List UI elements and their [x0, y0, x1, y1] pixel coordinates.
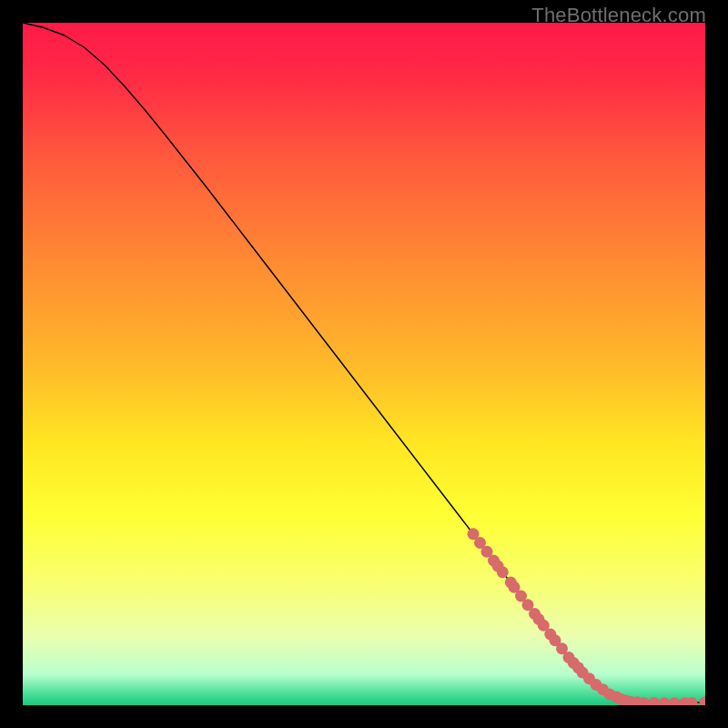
chart-plot-area	[23, 23, 705, 705]
background-gradient-rect	[23, 23, 705, 705]
chart-svg	[23, 23, 705, 705]
watermark-text: TheBottleneck.com	[531, 4, 706, 27]
chart-stage: TheBottleneck.com	[0, 0, 728, 728]
marker-point	[497, 566, 509, 578]
